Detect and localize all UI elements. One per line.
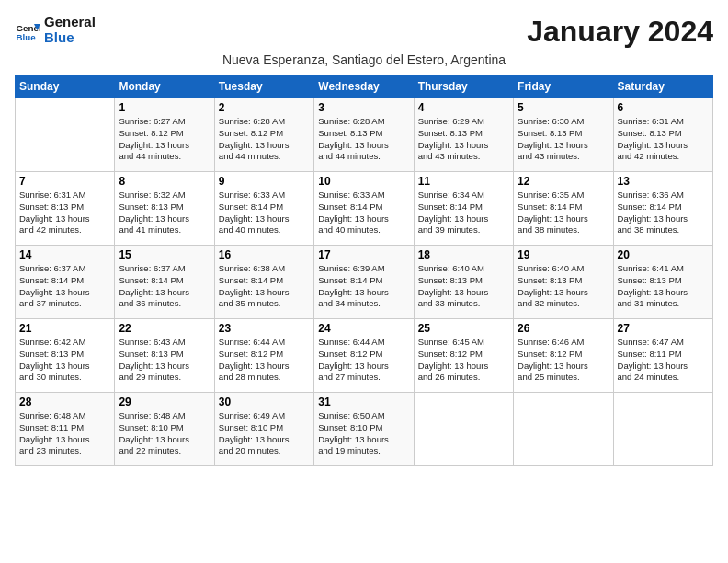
day-info: Sunrise: 6:45 AMSunset: 8:12 PMDaylight:… bbox=[418, 337, 509, 384]
day-info: Sunrise: 6:32 AMSunset: 8:13 PMDaylight:… bbox=[119, 190, 210, 236]
day-number: 10 bbox=[318, 175, 409, 188]
day-info: Sunrise: 6:44 AMSunset: 8:12 PMDaylight:… bbox=[318, 337, 409, 384]
calendar-cell: 11Sunrise: 6:34 AMSunset: 8:14 PMDayligh… bbox=[414, 172, 513, 246]
day-info: Sunrise: 6:31 AMSunset: 8:13 PMDaylight:… bbox=[19, 190, 110, 236]
calendar-table: SundayMondayTuesdayWednesdayThursdayFrid… bbox=[15, 75, 713, 466]
day-info: Sunrise: 6:48 AMSunset: 8:11 PMDaylight:… bbox=[19, 410, 110, 457]
svg-text:Blue: Blue bbox=[16, 32, 36, 42]
calendar-cell: 12Sunrise: 6:35 AMSunset: 8:14 PMDayligh… bbox=[514, 172, 613, 246]
calendar-cell: 3Sunrise: 6:28 AMSunset: 8:13 PMDaylight… bbox=[314, 98, 414, 172]
day-number: 30 bbox=[219, 396, 310, 408]
title-section: January 2024 bbox=[527, 15, 713, 49]
day-info: Sunrise: 6:47 AMSunset: 8:11 PMDaylight:… bbox=[618, 337, 709, 384]
calendar-cell: 17Sunrise: 6:39 AMSunset: 8:14 PMDayligh… bbox=[314, 246, 414, 319]
calendar-cell: 6Sunrise: 6:31 AMSunset: 8:13 PMDaylight… bbox=[613, 98, 712, 172]
day-number: 22 bbox=[119, 322, 210, 335]
header-wednesday: Wednesday bbox=[314, 75, 414, 98]
day-info: Sunrise: 6:39 AMSunset: 8:14 PMDaylight:… bbox=[318, 263, 409, 310]
calendar-cell: 25Sunrise: 6:45 AMSunset: 8:12 PMDayligh… bbox=[414, 319, 513, 393]
day-number: 25 bbox=[418, 322, 509, 335]
day-info: Sunrise: 6:36 AMSunset: 8:14 PMDaylight:… bbox=[618, 190, 709, 236]
day-info: Sunrise: 6:43 AMSunset: 8:13 PMDaylight:… bbox=[119, 337, 210, 384]
day-number: 29 bbox=[119, 396, 210, 408]
logo: General Blue General Blue bbox=[15, 15, 96, 45]
day-number: 5 bbox=[518, 101, 609, 114]
calendar-cell: 2Sunrise: 6:28 AMSunset: 8:12 PMDaylight… bbox=[214, 98, 313, 172]
header-saturday: Saturday bbox=[613, 75, 712, 98]
day-info: Sunrise: 6:40 AMSunset: 8:13 PMDaylight:… bbox=[418, 263, 509, 310]
day-number: 20 bbox=[618, 248, 709, 261]
calendar-cell: 29Sunrise: 6:48 AMSunset: 8:10 PMDayligh… bbox=[115, 393, 214, 466]
day-info: Sunrise: 6:40 AMSunset: 8:13 PMDaylight:… bbox=[518, 263, 609, 310]
calendar-cell: 18Sunrise: 6:40 AMSunset: 8:13 PMDayligh… bbox=[414, 246, 513, 319]
calendar-cell: 31Sunrise: 6:50 AMSunset: 8:10 PMDayligh… bbox=[314, 393, 414, 466]
calendar-cell: 1Sunrise: 6:27 AMSunset: 8:12 PMDaylight… bbox=[115, 98, 214, 172]
day-number: 21 bbox=[19, 322, 110, 335]
day-number: 31 bbox=[318, 396, 409, 408]
day-number: 7 bbox=[19, 175, 110, 188]
week-row-3: 14Sunrise: 6:37 AMSunset: 8:14 PMDayligh… bbox=[16, 246, 713, 319]
day-info: Sunrise: 6:33 AMSunset: 8:14 PMDaylight:… bbox=[318, 190, 409, 236]
calendar-cell: 14Sunrise: 6:37 AMSunset: 8:14 PMDayligh… bbox=[16, 246, 115, 319]
calendar-cell bbox=[613, 393, 712, 466]
calendar-cell: 19Sunrise: 6:40 AMSunset: 8:13 PMDayligh… bbox=[514, 246, 613, 319]
day-number: 13 bbox=[618, 175, 709, 188]
calendar-cell: 7Sunrise: 6:31 AMSunset: 8:13 PMDaylight… bbox=[16, 172, 115, 246]
day-info: Sunrise: 6:29 AMSunset: 8:13 PMDaylight:… bbox=[418, 116, 509, 163]
day-number: 1 bbox=[119, 101, 210, 114]
header-thursday: Thursday bbox=[414, 75, 513, 98]
calendar-cell: 9Sunrise: 6:33 AMSunset: 8:14 PMDaylight… bbox=[214, 172, 313, 246]
calendar-cell: 13Sunrise: 6:36 AMSunset: 8:14 PMDayligh… bbox=[613, 172, 712, 246]
day-info: Sunrise: 6:34 AMSunset: 8:14 PMDaylight:… bbox=[418, 190, 509, 236]
logo-text-line1: General bbox=[44, 15, 96, 30]
calendar-cell bbox=[414, 393, 513, 466]
day-number: 19 bbox=[518, 248, 609, 261]
day-number: 28 bbox=[19, 396, 110, 408]
day-number: 6 bbox=[618, 101, 709, 114]
day-number: 8 bbox=[119, 175, 210, 188]
logo-text-line2: Blue bbox=[44, 30, 96, 46]
calendar-cell: 8Sunrise: 6:32 AMSunset: 8:13 PMDaylight… bbox=[115, 172, 214, 246]
day-number: 24 bbox=[318, 322, 409, 335]
day-info: Sunrise: 6:28 AMSunset: 8:13 PMDaylight:… bbox=[318, 116, 409, 163]
day-info: Sunrise: 6:38 AMSunset: 8:14 PMDaylight:… bbox=[219, 263, 310, 310]
calendar-cell: 28Sunrise: 6:48 AMSunset: 8:11 PMDayligh… bbox=[16, 393, 115, 466]
header-tuesday: Tuesday bbox=[214, 75, 313, 98]
day-info: Sunrise: 6:30 AMSunset: 8:13 PMDaylight:… bbox=[518, 116, 609, 163]
day-number: 16 bbox=[219, 248, 310, 261]
header-friday: Friday bbox=[514, 75, 613, 98]
calendar-cell bbox=[16, 98, 115, 172]
calendar-cell: 26Sunrise: 6:46 AMSunset: 8:12 PMDayligh… bbox=[514, 319, 613, 393]
logo-icon: General Blue bbox=[15, 17, 40, 43]
week-row-1: 1Sunrise: 6:27 AMSunset: 8:12 PMDaylight… bbox=[16, 98, 713, 172]
day-info: Sunrise: 6:27 AMSunset: 8:12 PMDaylight:… bbox=[119, 116, 210, 163]
day-number: 27 bbox=[618, 322, 709, 335]
day-info: Sunrise: 6:44 AMSunset: 8:12 PMDaylight:… bbox=[219, 337, 310, 384]
day-number: 18 bbox=[418, 248, 509, 261]
day-number: 3 bbox=[318, 101, 409, 114]
day-number: 17 bbox=[318, 248, 409, 261]
day-number: 26 bbox=[518, 322, 609, 335]
day-info: Sunrise: 6:37 AMSunset: 8:14 PMDaylight:… bbox=[19, 263, 110, 310]
day-number: 9 bbox=[219, 175, 310, 188]
day-info: Sunrise: 6:50 AMSunset: 8:10 PMDaylight:… bbox=[318, 410, 409, 457]
calendar-cell: 30Sunrise: 6:49 AMSunset: 8:10 PMDayligh… bbox=[214, 393, 313, 466]
calendar-subtitle: Nueva Esperanza, Santiago del Estero, Ar… bbox=[15, 52, 713, 67]
week-row-2: 7Sunrise: 6:31 AMSunset: 8:13 PMDaylight… bbox=[16, 172, 713, 246]
day-info: Sunrise: 6:33 AMSunset: 8:14 PMDaylight:… bbox=[219, 190, 310, 236]
calendar-cell: 27Sunrise: 6:47 AMSunset: 8:11 PMDayligh… bbox=[613, 319, 712, 393]
day-number: 23 bbox=[219, 322, 310, 335]
week-row-5: 28Sunrise: 6:48 AMSunset: 8:11 PMDayligh… bbox=[16, 393, 713, 466]
calendar-cell: 23Sunrise: 6:44 AMSunset: 8:12 PMDayligh… bbox=[214, 319, 313, 393]
calendar-cell: 4Sunrise: 6:29 AMSunset: 8:13 PMDaylight… bbox=[414, 98, 513, 172]
day-info: Sunrise: 6:41 AMSunset: 8:13 PMDaylight:… bbox=[618, 263, 709, 310]
calendar-cell bbox=[514, 393, 613, 466]
calendar-cell: 15Sunrise: 6:37 AMSunset: 8:14 PMDayligh… bbox=[115, 246, 214, 319]
page-header: General Blue General Blue January 2024 bbox=[15, 15, 713, 49]
day-number: 12 bbox=[518, 175, 609, 188]
day-info: Sunrise: 6:42 AMSunset: 8:13 PMDaylight:… bbox=[19, 337, 110, 384]
calendar-cell: 22Sunrise: 6:43 AMSunset: 8:13 PMDayligh… bbox=[115, 319, 214, 393]
day-info: Sunrise: 6:35 AMSunset: 8:14 PMDaylight:… bbox=[518, 190, 609, 236]
day-number: 2 bbox=[219, 101, 310, 114]
day-info: Sunrise: 6:49 AMSunset: 8:10 PMDaylight:… bbox=[219, 410, 310, 457]
